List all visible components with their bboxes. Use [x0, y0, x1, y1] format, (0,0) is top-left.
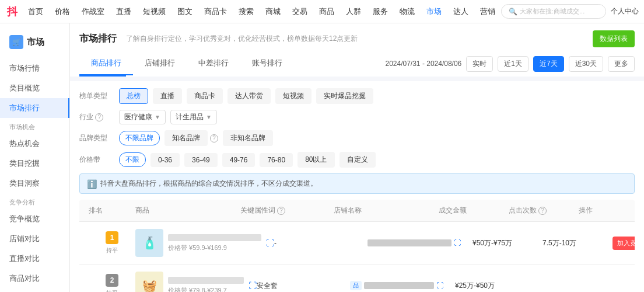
user-center-link[interactable]: 个人中心: [611, 6, 639, 16]
rank-status-1: 持平: [106, 246, 118, 255]
search-placeholder: 大家都在搜:商城成交...: [520, 7, 584, 16]
nav-product-card[interactable]: 商品卡: [198, 0, 233, 23]
date-range-row: 2024/07/31 - 2024/08/06 实时 近1天 近7天 近30天 …: [385, 56, 635, 72]
nav-marketing[interactable]: 营销: [474, 0, 501, 23]
page-title: 市场排行: [79, 33, 117, 45]
sidebar-item-competition-overview[interactable]: 竞争概览: [0, 209, 69, 229]
rank-type-product-card[interactable]: 商品卡: [187, 88, 223, 104]
tabs-date-row: 商品排行 店铺排行 中差排行 账号排行 2024/07/31 - 2024/08…: [79, 52, 635, 75]
nav-live[interactable]: 直播: [110, 0, 137, 23]
info-bar: ℹ️ 抖音大盘商品排行，根据商品的综合成交情况排序，不区分成交渠道。: [79, 173, 635, 194]
price-76-80[interactable]: 76-80: [260, 153, 293, 167]
price-0-36[interactable]: 0-36: [150, 153, 180, 167]
nav-home[interactable]: 首页: [22, 0, 49, 23]
tab-product-rank[interactable]: 商品排行: [79, 52, 133, 75]
time-btn-more[interactable]: 更多: [608, 56, 635, 72]
data-list-button[interactable]: 数据列表: [593, 30, 635, 47]
time-btn-7days[interactable]: 近7天: [533, 56, 564, 72]
keyword-help-icon[interactable]: ?: [277, 207, 285, 215]
store-tag-2: 品: [350, 281, 362, 290]
nav-service[interactable]: 服务: [367, 0, 394, 23]
industry-help-icon[interactable]: ?: [95, 113, 103, 121]
rank-type-short-video[interactable]: 短视频: [275, 88, 312, 104]
sidebar-item-market-trend[interactable]: 市场行情: [0, 58, 69, 78]
nav-search[interactable]: 搜索: [233, 0, 260, 23]
sidebar-item-category-insight[interactable]: 类目洞察: [0, 173, 69, 193]
brand-type-known[interactable]: 知名品牌: [164, 130, 208, 146]
rank-type-realtime[interactable]: 实时爆品挖掘: [316, 88, 373, 104]
nav-goods[interactable]: 商品: [313, 0, 340, 23]
brand-type-label: 品牌类型: [79, 133, 114, 143]
date-range-text: 2024/07/31 - 2024/08/06: [385, 60, 461, 68]
search-icon: 🔍: [509, 8, 517, 16]
store-name-blur-1: [368, 239, 452, 246]
industry-dropdown-arrow: ▼: [155, 114, 160, 120]
nav-graphic[interactable]: 图文: [172, 0, 198, 23]
col-store: 店铺名称: [334, 206, 439, 215]
col-keyword: 关键属性词 ?: [240, 206, 334, 215]
rank-type-live[interactable]: 直播: [153, 88, 182, 104]
tab-account-rank[interactable]: 账号排行: [240, 52, 294, 75]
nav-crowd[interactable]: 人群: [340, 0, 367, 23]
rank-status-2: 持平: [106, 289, 118, 292]
nav-market[interactable]: 市场: [421, 0, 447, 23]
price-49-76[interactable]: 49-76: [222, 153, 256, 167]
sidebar-item-live-compare[interactable]: 直播对比: [0, 249, 69, 269]
store-expand-icon-2[interactable]: ⛶: [436, 281, 443, 290]
product-image-2: 🧺: [135, 272, 163, 292]
time-btn-1day[interactable]: 近1天: [498, 56, 528, 72]
brand-known-help-icon[interactable]: ?: [210, 134, 218, 142]
nav-short-video[interactable]: 短视频: [137, 0, 172, 23]
brand-type-unknown[interactable]: 非知名品牌: [223, 130, 273, 146]
sidebar-item-category-overview[interactable]: 类目概览: [0, 78, 69, 98]
nav-trade[interactable]: 交易: [286, 0, 313, 23]
product-expand-icon-1[interactable]: ⛶: [266, 238, 274, 248]
brand-type-all[interactable]: 不限品牌: [119, 131, 160, 145]
rank-type-talent[interactable]: 达人带货: [228, 88, 271, 104]
amount-cell-2: ¥25万-¥50万: [455, 281, 525, 291]
nav-mall[interactable]: 商城: [260, 0, 286, 23]
sidebar-item-hot-opp[interactable]: 热点机会: [0, 134, 69, 154]
product-info-2: 价格带 ¥79.8-¥239.7: [168, 277, 244, 293]
keyword-cell-2: 安全套: [257, 281, 350, 291]
tab-mid-bad-rank[interactable]: 中差排行: [187, 52, 240, 75]
price-36-49[interactable]: 36-49: [184, 153, 218, 167]
tab-store-rank[interactable]: 店铺排行: [133, 52, 187, 75]
product-info-1: 价格带 ¥59.9-¥169.9: [168, 234, 261, 252]
join-competition-btn-1[interactable]: 加入竞对: [612, 237, 635, 250]
global-search-box[interactable]: 🔍 大家都在搜:商城成交...: [501, 4, 606, 19]
price-custom[interactable]: 自定义: [340, 152, 376, 168]
product-expand-icon-2[interactable]: ⛶: [249, 281, 257, 290]
nav-war-room[interactable]: 作战室: [76, 0, 110, 23]
product-name-blur-1: [168, 234, 261, 241]
price-unlimited[interactable]: 不限: [119, 152, 146, 167]
table-row: 1 持平 🧴 价格带 ¥59.9-¥169.9 ⛶ -: [79, 222, 635, 265]
sub-industry-value: 计生用品: [176, 112, 204, 122]
industry-dropdown[interactable]: 医疗健康 ▼: [119, 110, 166, 124]
time-btn-30days[interactable]: 近30天: [569, 56, 603, 72]
price-80plus[interactable]: 80以上: [298, 152, 334, 168]
store-cell-2: 品 ⛶: [350, 281, 443, 290]
sidebar-item-category-mine[interactable]: 类目挖掘: [0, 154, 69, 173]
product-cell-1: 🧴 价格带 ¥59.9-¥169.9 ⛶: [135, 229, 274, 257]
nav-talent[interactable]: 达人: [447, 0, 474, 23]
price-label: 价格带: [79, 155, 114, 165]
nav-logistics[interactable]: 物流: [394, 0, 421, 23]
sidebar-item-market-rank[interactable]: 市场排行: [0, 98, 69, 118]
page-title-area: 市场排行 了解自身排行定位，学习优秀竞对，优化经营模式，榜单数据每天12点更新: [79, 33, 358, 45]
sidebar-item-product-compare[interactable]: 商品对比: [0, 269, 69, 288]
store-cell-1: ⛶: [368, 239, 461, 247]
main-tabs: 商品排行 店铺排行 中差排行 账号排行: [79, 52, 385, 75]
brand-type-filter-row: 品牌类型 不限品牌 知名品牌 ? 非知名品牌: [79, 130, 635, 146]
clicks-help-icon[interactable]: ?: [538, 207, 547, 215]
industry-label: 行业 ?: [79, 112, 114, 122]
table-row: 2 持平 🧺 价格带 ¥79.8-¥239.7 ⛶ 安全套: [79, 265, 635, 292]
sub-industry-dropdown[interactable]: 计生用品 ▼: [170, 110, 217, 124]
action-cell-1: 加入竞对: [612, 237, 635, 250]
sidebar-item-store-compare[interactable]: 店铺对比: [0, 229, 69, 249]
time-btn-realtime[interactable]: 实时: [466, 56, 493, 72]
rank-type-all[interactable]: 总榜: [119, 88, 148, 104]
nav-price[interactable]: 价格: [49, 0, 76, 23]
store-expand-icon-1[interactable]: ⛶: [454, 239, 461, 247]
products-table: 排名 商品 关键属性词 ? 店铺名称 成交金额 点击次数 ? 操作: [79, 200, 635, 292]
